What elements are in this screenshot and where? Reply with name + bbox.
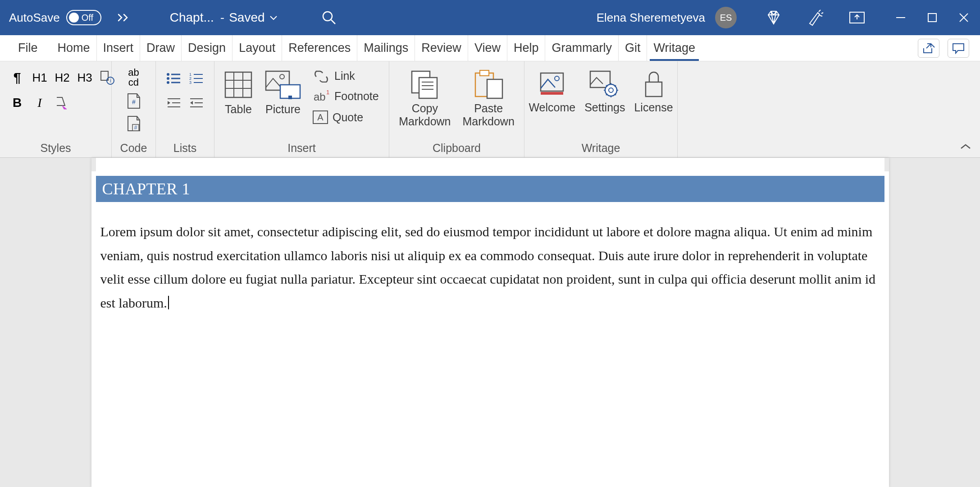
svg-point-15 [167, 77, 169, 80]
group-label-clipboard: Clipboard [397, 139, 516, 155]
heading2-button[interactable]: H2 [53, 69, 71, 87]
share-button[interactable] [918, 39, 939, 58]
link-icon [312, 70, 331, 83]
svg-point-37 [280, 74, 284, 79]
toggle-knob [69, 13, 79, 23]
diamond-icon[interactable] [765, 9, 783, 27]
search-button[interactable] [321, 9, 337, 26]
tab-insert[interactable]: Insert [96, 35, 140, 61]
svg-text:i: i [110, 78, 111, 84]
insert-table-button[interactable]: Table [223, 69, 254, 116]
bold-button[interactable]: B [8, 94, 26, 112]
tab-help[interactable]: Help [507, 35, 545, 61]
insert-picture-button[interactable]: Picture [264, 69, 302, 116]
user-name[interactable]: Elena Sheremetyeva [597, 11, 705, 25]
heading1-button[interactable]: H1 [31, 69, 49, 87]
document-area[interactable]: CHAPTER 1 Lorem ipsum dolor sit amet, co… [0, 158, 980, 487]
svg-text:#: # [132, 98, 136, 106]
group-label-writage: Writage [533, 139, 669, 155]
paste-icon [472, 69, 505, 99]
tab-writage[interactable]: Writage [647, 35, 702, 61]
svg-text:3: 3 [189, 80, 191, 85]
group-lists: 123 Lists [156, 61, 214, 157]
tab-references[interactable]: References [282, 35, 357, 61]
insert-footnote-button[interactable]: ab1 Footnote [312, 89, 379, 103]
tab-mailings[interactable]: Mailings [357, 35, 415, 61]
chapter-heading[interactable]: CHAPTER 1 [96, 176, 884, 202]
tab-layout[interactable]: Layout [232, 35, 282, 61]
svg-rect-55 [541, 92, 563, 95]
maximize-button[interactable] [925, 10, 939, 25]
svg-text:A: A [317, 112, 324, 122]
svg-rect-31 [225, 72, 251, 97]
footnote-icon: ab1 [312, 89, 331, 103]
page[interactable]: CHAPTER 1 Lorem ipsum dolor sit amet, co… [91, 158, 889, 487]
italic-button[interactable]: I [31, 94, 49, 112]
group-writage: Welcome Settings License Writage [524, 61, 678, 157]
outdent-button[interactable] [187, 94, 205, 112]
bullet-list-button[interactable] [165, 69, 183, 87]
autosave-toggle[interactable]: AutoSave Off [9, 10, 101, 25]
group-code: abcd # # Code [112, 61, 156, 157]
group-clipboard: CopyMarkdown PasteMarkdown Clipboard [389, 61, 524, 157]
copy-markdown-button[interactable]: CopyMarkdown [399, 69, 451, 128]
tab-file[interactable]: File [18, 35, 51, 61]
svg-rect-4 [928, 14, 936, 22]
settings-icon [588, 69, 621, 98]
code-file-button[interactable]: # [125, 115, 143, 133]
tab-git[interactable]: Git [618, 35, 647, 61]
tab-design[interactable]: Design [181, 35, 232, 61]
insert-link-button[interactable]: Link [312, 69, 379, 83]
code-block-button[interactable]: # [125, 92, 143, 110]
svg-rect-56 [590, 71, 610, 87]
welcome-icon [537, 69, 567, 98]
close-button[interactable] [957, 10, 971, 25]
paragraph-mark-button[interactable]: ¶ [8, 69, 26, 87]
lock-icon [642, 69, 665, 98]
collapse-ribbon-button[interactable] [959, 143, 972, 153]
megaphone-icon[interactable] [806, 8, 825, 27]
minimize-button[interactable] [893, 10, 908, 25]
group-styles: ¶ H1 H2 H3 i B I Styles [0, 61, 112, 157]
svg-rect-53 [541, 73, 563, 91]
svg-text:ab: ab [314, 91, 326, 103]
document-title-group[interactable]: Chapt... - Saved [170, 10, 278, 25]
tab-view[interactable]: View [468, 35, 507, 61]
body-paragraph[interactable]: Lorem ipsum dolor sit amet, consectetur … [91, 220, 889, 315]
indent-button[interactable] [165, 94, 183, 112]
insert-quote-button[interactable]: A Quote [312, 110, 379, 125]
comments-button[interactable] [948, 39, 969, 58]
svg-line-1 [331, 20, 335, 24]
heading3-button[interactable]: H3 [76, 69, 94, 87]
tab-grammarly[interactable]: Grammarly [545, 35, 618, 61]
settings-button[interactable]: Settings [584, 69, 625, 114]
ribbon: ¶ H1 H2 H3 i B I Styles abcd [0, 61, 980, 158]
copy-icon [408, 69, 442, 99]
highlight-button[interactable] [53, 94, 71, 112]
ribbon-display-icon[interactable] [848, 10, 866, 25]
quote-icon: A [312, 110, 329, 125]
quick-access-overflow[interactable] [118, 14, 131, 22]
autosave-state: Off [82, 13, 93, 23]
document-name: Chapt... [170, 10, 214, 25]
inline-code-button[interactable]: abcd [125, 68, 143, 87]
tab-draw[interactable]: Draw [140, 35, 181, 61]
chevron-down-icon[interactable] [269, 15, 278, 20]
license-button[interactable]: License [634, 69, 673, 114]
user-avatar[interactable]: ES [715, 7, 737, 28]
svg-point-13 [167, 73, 169, 76]
svg-rect-51 [480, 70, 489, 76]
ribbon-tabs: File Home Insert Draw Design Layout Refe… [0, 35, 980, 61]
tab-home[interactable]: Home [51, 35, 96, 61]
svg-point-17 [167, 81, 169, 84]
svg-point-54 [555, 76, 559, 81]
toggle-switch[interactable]: Off [66, 10, 101, 25]
tab-review[interactable]: Review [415, 35, 468, 61]
svg-rect-52 [487, 79, 502, 98]
welcome-button[interactable]: Welcome [529, 69, 575, 114]
svg-point-0 [323, 12, 332, 21]
title-bar: AutoSave Off Chapt... - Saved Elena Sher… [0, 0, 980, 35]
numbered-list-button[interactable]: 123 [187, 69, 205, 87]
svg-text:#: # [134, 124, 137, 131]
paste-markdown-button[interactable]: PasteMarkdown [463, 69, 515, 128]
